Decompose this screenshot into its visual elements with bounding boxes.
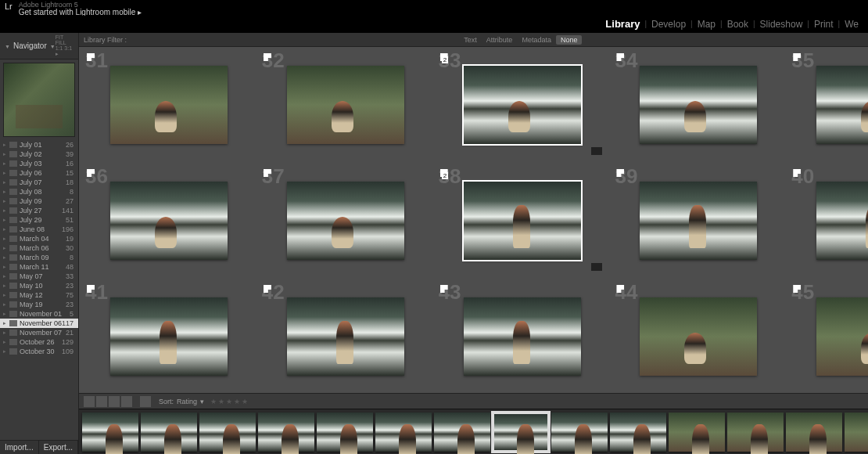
sort-dir-icon[interactable]: ▾ bbox=[200, 398, 204, 405]
folder-row[interactable]: ▸October 26129 bbox=[0, 337, 78, 347]
thumbnail[interactable] bbox=[287, 182, 404, 260]
folder-row[interactable]: ▸July 0239 bbox=[0, 150, 78, 159]
library-filter-bar: Library Filter : TextAttributeMetadataNo… bbox=[79, 33, 868, 47]
module-map[interactable]: Map bbox=[693, 19, 720, 30]
sort-label: Sort: bbox=[159, 398, 174, 405]
grid-cell[interactable]: 43 bbox=[437, 282, 608, 391]
filmstrip-thumb[interactable] bbox=[727, 413, 784, 452]
thumbnail[interactable] bbox=[287, 66, 404, 144]
navigator-header[interactable]: Navigator FIT FILL 1:1 3:1 ▸ bbox=[0, 33, 78, 59]
folder-row[interactable]: ▸November 0721 bbox=[0, 328, 78, 337]
grid-cell[interactable]: 35 bbox=[790, 50, 868, 160]
navigator-zoom-opts[interactable]: FIT FILL 1:1 3:1 ▸ bbox=[56, 34, 74, 57]
filmstrip-thumb[interactable] bbox=[669, 413, 725, 452]
thumbnail[interactable] bbox=[110, 66, 228, 144]
filmstrip-thumb[interactable] bbox=[493, 413, 549, 452]
filmstrip-thumb[interactable] bbox=[82, 413, 138, 452]
module-slideshow[interactable]: Slideshow bbox=[755, 19, 808, 30]
loupe-view-icon[interactable] bbox=[96, 396, 107, 407]
filter-tab-text[interactable]: Text bbox=[459, 35, 482, 45]
survey-view-icon[interactable] bbox=[121, 396, 132, 407]
thumbnail[interactable] bbox=[640, 66, 757, 144]
grid-cell[interactable]: 40 bbox=[790, 166, 868, 276]
module-develop[interactable]: Develop bbox=[647, 19, 690, 30]
filmstrip-thumb[interactable] bbox=[141, 413, 197, 452]
thumbnail[interactable] bbox=[287, 297, 404, 376]
thumbnail[interactable] bbox=[816, 182, 868, 260]
filmstrip-thumb[interactable] bbox=[375, 413, 432, 452]
folder-row[interactable]: ▸June 08196 bbox=[0, 225, 78, 234]
grid-cell[interactable]: 34 bbox=[613, 50, 784, 160]
thumbnail[interactable] bbox=[464, 66, 581, 144]
thumbnail[interactable] bbox=[816, 297, 868, 376]
thumbnail-badge bbox=[591, 147, 602, 155]
filmstrip-thumb[interactable] bbox=[551, 413, 608, 452]
grid-cell[interactable]: 32 bbox=[260, 50, 431, 160]
thumbnail[interactable] bbox=[640, 182, 757, 260]
folder-row[interactable]: ▸May 0733 bbox=[0, 272, 78, 281]
module-book[interactable]: Book bbox=[723, 19, 753, 30]
filter-tab-none[interactable]: None bbox=[556, 35, 583, 45]
filmstrip-thumb[interactable] bbox=[610, 413, 666, 452]
filter-label: Library Filter : bbox=[84, 36, 127, 44]
filmstrip-thumb[interactable] bbox=[786, 413, 842, 452]
folder-row[interactable]: ▸July 0718 bbox=[0, 178, 78, 187]
grid-view-icon[interactable] bbox=[84, 396, 95, 407]
filmstrip-thumb[interactable] bbox=[434, 413, 490, 452]
folder-row[interactable]: ▸March 098 bbox=[0, 253, 78, 262]
folder-list: ▸July 0126▸July 0239▸July 0316▸July 0615… bbox=[0, 140, 78, 440]
folder-row[interactable]: ▸March 0419 bbox=[0, 234, 78, 243]
folder-row[interactable]: ▸July 27141 bbox=[0, 206, 78, 215]
folder-row[interactable]: ▸July 088 bbox=[0, 187, 78, 196]
grid-cell[interactable]: 332 bbox=[437, 50, 608, 160]
filmstrip-thumb[interactable] bbox=[317, 413, 373, 452]
thumbnail[interactable] bbox=[110, 182, 228, 260]
thumbnail[interactable] bbox=[110, 297, 228, 376]
module-print[interactable]: Print bbox=[809, 19, 838, 30]
folder-row[interactable]: ▸March 1148 bbox=[0, 262, 78, 272]
filmstrip-thumb[interactable] bbox=[258, 413, 314, 452]
sort-field[interactable]: Rating bbox=[177, 398, 197, 405]
folder-row[interactable]: ▸July 0927 bbox=[0, 196, 78, 206]
grid-cell[interactable]: 31 bbox=[84, 50, 254, 160]
filter-tab-attribute[interactable]: Attribute bbox=[482, 35, 518, 45]
grid-cell[interactable]: 36 bbox=[84, 166, 254, 276]
rating-stars[interactable]: ★★★★★ bbox=[210, 398, 249, 405]
thumbnail[interactable] bbox=[464, 297, 581, 376]
folder-row[interactable]: ▸October 30109 bbox=[0, 347, 78, 356]
folder-row[interactable]: ▸May 1923 bbox=[0, 300, 78, 309]
grid-cell[interactable]: 42 bbox=[260, 282, 431, 391]
grid-cell[interactable]: 39 bbox=[613, 166, 784, 276]
folder-row[interactable]: ▸July 0126 bbox=[0, 140, 78, 150]
module-library[interactable]: Library bbox=[601, 18, 644, 30]
filmstrip-thumb[interactable] bbox=[199, 413, 256, 452]
folder-row[interactable]: ▸May 1023 bbox=[0, 281, 78, 290]
folder-row[interactable]: ▸July 0316 bbox=[0, 159, 78, 168]
filmstrip-thumb[interactable] bbox=[845, 413, 868, 452]
folder-row[interactable]: ▸March 0630 bbox=[0, 243, 78, 253]
folder-row[interactable]: ▸November 015 bbox=[0, 309, 78, 319]
filter-tab-metadata[interactable]: Metadata bbox=[517, 35, 556, 45]
folder-row[interactable]: ▸July 0615 bbox=[0, 168, 78, 178]
navigator-preview[interactable] bbox=[3, 63, 75, 137]
grid-cell[interactable]: 45 bbox=[790, 282, 868, 391]
painter-icon[interactable] bbox=[140, 396, 151, 407]
filmstrip[interactable] bbox=[79, 409, 868, 454]
grid-cell[interactable]: 41 bbox=[84, 282, 254, 391]
export-button[interactable]: Export... bbox=[39, 441, 78, 454]
folder-row[interactable]: ▸November 06117 bbox=[0, 319, 78, 328]
module-we[interactable]: We bbox=[840, 19, 863, 30]
grid-toolbar: Sort: Rating ▾ ★★★★★ Thumbnails bbox=[79, 393, 868, 409]
module-picker: Library|Develop|Map|Book|Slideshow|Print… bbox=[0, 16, 868, 33]
thumbnail[interactable] bbox=[464, 182, 581, 260]
folder-row[interactable]: ▸May 1275 bbox=[0, 290, 78, 300]
app-logo: Lr bbox=[5, 2, 13, 11]
compare-view-icon[interactable] bbox=[109, 396, 120, 407]
import-button[interactable]: Import... bbox=[0, 441, 39, 454]
grid-cell[interactable]: 44 bbox=[613, 282, 784, 391]
grid-cell[interactable]: 382 bbox=[437, 166, 608, 276]
thumbnail[interactable] bbox=[640, 297, 757, 376]
folder-row[interactable]: ▸July 2951 bbox=[0, 215, 78, 225]
thumbnail[interactable] bbox=[816, 66, 868, 144]
grid-cell[interactable]: 37 bbox=[260, 166, 431, 276]
